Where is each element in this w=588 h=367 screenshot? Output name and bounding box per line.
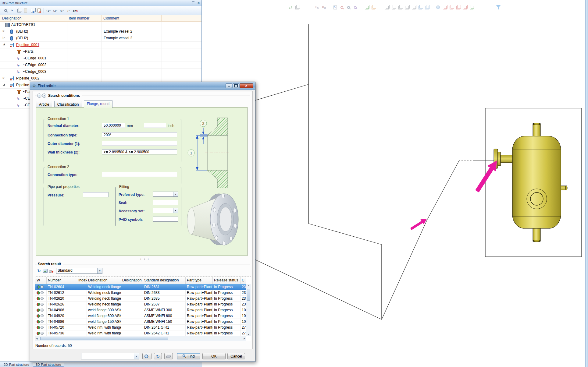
chevron-down-icon[interactable]: ▼: [134, 353, 139, 359]
window-tab-2d-part-structure[interactable]: 2D-Part structure: [1, 363, 32, 366]
tab-article[interactable]: Article: [36, 101, 52, 108]
table-row[interactable]: TN-05736Weld rim, with flangeDIN 2642 G …: [35, 330, 246, 336]
column-header-C-8[interactable]: C: [241, 277, 246, 284]
tree-item-label[interactable]: ~CEdge_0002: [23, 63, 46, 67]
close-button[interactable]: ×: [240, 83, 253, 88]
tree-item-label[interactable]: ~Parts: [23, 49, 34, 54]
expand-level-3-icon[interactable]: ↑3≡: [59, 7, 65, 14]
maximize-button[interactable]: [233, 83, 239, 88]
window-tab-3d-part-structure[interactable]: 3D-Part structure: [33, 363, 64, 367]
tree-item-label[interactable]: Pipeline_0002: [16, 76, 39, 80]
next-condition-button[interactable]: ›: [42, 94, 46, 98]
table-row[interactable]: TN-04886weld flange 150 ASMEASME WNFI 15…: [35, 319, 246, 325]
tree-row[interactable]: ◢Pipeline_0001: [0, 42, 201, 48]
result-view-icon[interactable]: [42, 268, 48, 274]
search-settings-button[interactable]: [142, 353, 151, 359]
table-row[interactable]: TN-05720Weld rim, with flangeDIN 2641 G …: [35, 325, 246, 330]
tree-row[interactable]: AUTOPARTS1: [0, 22, 201, 28]
remove-sorting-icon[interactable]: AZ×: [72, 7, 79, 14]
cancel-button[interactable]: Cancel: [227, 353, 245, 359]
clear-button[interactable]: [164, 353, 173, 359]
tree-item-label[interactable]: (BEH2): [16, 29, 28, 34]
nominal-diameter-mm-field[interactable]: 50.000000: [102, 123, 125, 128]
print-icon[interactable]: [48, 268, 54, 274]
vertical-scrollbar[interactable]: ▲ ▼: [246, 284, 251, 336]
panel-splitter[interactable]: • • •: [140, 257, 150, 261]
column-header-Release status-7[interactable]: Release status: [213, 277, 241, 284]
tree-row[interactable]: ▷Pipeline_0002: [0, 75, 201, 82]
dialog-titlebar[interactable]: ⚙ Find article ×: [30, 82, 255, 90]
tree-row[interactable]: ~CEdge_0002: [0, 62, 201, 69]
preferred-type-dropdown[interactable]: ▼: [153, 192, 178, 197]
column-header-W-0[interactable]: W: [35, 277, 47, 284]
expand-level-2-icon[interactable]: ↑2≡: [52, 7, 59, 14]
expand-level-1-icon[interactable]: ↑1≡: [45, 7, 52, 14]
paste-with-reference-icon[interactable]: [36, 7, 42, 14]
collapsed-expander-icon[interactable]: ▷: [3, 36, 6, 39]
table-row[interactable]: TN-04920weld flange 600 ASMEASME WNFI 60…: [35, 313, 246, 319]
chevron-down-icon[interactable]: ▼: [173, 192, 178, 196]
table-row[interactable]: TN-02626Welding neck flangeDIN 2637Raw-p…: [35, 302, 246, 307]
saved-search-combo[interactable]: ▼: [81, 353, 139, 359]
tree-item-label[interactable]: AUTOPARTS1: [11, 23, 35, 27]
copy-icon[interactable]: [16, 7, 22, 14]
tree-row[interactable]: ▷(BEH2)Example vessel 2: [0, 28, 201, 35]
tab-flange-round[interactable]: Flange, round: [84, 100, 112, 108]
nominal-diameter-inch-field[interactable]: [144, 123, 166, 128]
cell-release: In Progress: [213, 296, 241, 301]
expanded-expander-icon[interactable]: ◢: [3, 83, 6, 86]
outer-diameter-field[interactable]: [102, 141, 177, 146]
tree-row[interactable]: ~CEdge_0001: [0, 55, 201, 62]
column-header-designation[interactable]: Designation: [0, 15, 67, 21]
tree-row[interactable]: ▷(BEH2)Example vessel 2: [0, 35, 201, 42]
settings-gear-icon[interactable]: [79, 7, 85, 14]
column-header-Part type-6[interactable]: Part type: [186, 277, 213, 284]
connection-type-field[interactable]: 200*: [102, 132, 177, 137]
chevron-down-icon[interactable]: ▼: [173, 208, 178, 213]
cut-icon[interactable]: [9, 7, 16, 14]
find-button[interactable]: Find: [177, 353, 200, 359]
connection2-type-field[interactable]: [102, 172, 177, 177]
wall-thickness-field[interactable]: >= 2.899500 & <= 2.900500: [102, 149, 177, 154]
tree-row[interactable]: ~Parts: [0, 48, 201, 55]
search-icon[interactable]: [2, 7, 9, 14]
column-header-Standard designation-5[interactable]: Standard designation: [143, 277, 186, 284]
pin-icon[interactable]: [192, 2, 194, 5]
chevron-down-icon[interactable]: ▼: [97, 268, 102, 273]
tree-item-label[interactable]: Pipeline_0001: [16, 43, 39, 47]
table-row[interactable]: TN-02604Welding neck flangeDIN 2631Raw-p…: [35, 284, 246, 290]
collapsed-expander-icon[interactable]: ▷: [3, 29, 6, 32]
refresh-results-icon[interactable]: [36, 268, 42, 274]
tree-item-label[interactable]: ~CEdge_0001: [23, 56, 46, 60]
pressure-field[interactable]: [83, 192, 109, 197]
tree-item-label[interactable]: (BEH2): [16, 36, 28, 40]
table-row[interactable]: TN-02612Welding neck flangeDIN 2633Raw-p…: [35, 290, 246, 296]
drawing-canvas[interactable]: ⇄: [202, 0, 588, 367]
previous-condition-button[interactable]: ‹: [37, 94, 41, 98]
pid-symbols-field[interactable]: [153, 217, 178, 222]
expanded-expander-icon[interactable]: ◢: [3, 43, 6, 46]
column-header-item-number[interactable]: Item number: [67, 15, 102, 21]
result-filter-combo[interactable]: Standard ▼: [56, 268, 102, 274]
column-header-Designation-3[interactable]: Designation: [87, 277, 121, 284]
paste-icon[interactable]: [22, 7, 29, 14]
horizontal-scrollbar[interactable]: ◀ ▶: [35, 336, 246, 341]
column-header-Number-1[interactable]: Number: [47, 277, 77, 284]
accessory-set-dropdown[interactable]: ▼: [153, 208, 178, 213]
seal-field[interactable]: [153, 200, 178, 205]
tree-row[interactable]: ~CEdge_0003: [0, 69, 201, 75]
collapsed-expander-icon[interactable]: ▷: [3, 76, 6, 79]
expand-all-levels-icon[interactable]: ↓≡: [65, 7, 72, 14]
copy-with-reference-icon[interactable]: [29, 7, 36, 14]
panel-close-icon[interactable]: ×: [198, 1, 200, 5]
column-header-Designation-4[interactable]: Designation: [121, 277, 143, 284]
ok-button[interactable]: OK: [202, 353, 226, 359]
tree-item-label[interactable]: ~CEdge_0003: [23, 69, 46, 74]
table-row[interactable]: TN-04906weld flange 300 ASMEASME WNFI 30…: [35, 307, 246, 313]
tab-classification[interactable]: Classification: [54, 101, 82, 108]
refresh-button[interactable]: [154, 353, 162, 359]
table-row[interactable]: TN-02620Welding neck flangeDIN 2635Raw-p…: [35, 296, 246, 302]
minimize-button[interactable]: [226, 83, 232, 88]
column-header-comment[interactable]: Comment: [102, 15, 162, 21]
column-header-Index-2[interactable]: Index: [77, 277, 87, 284]
